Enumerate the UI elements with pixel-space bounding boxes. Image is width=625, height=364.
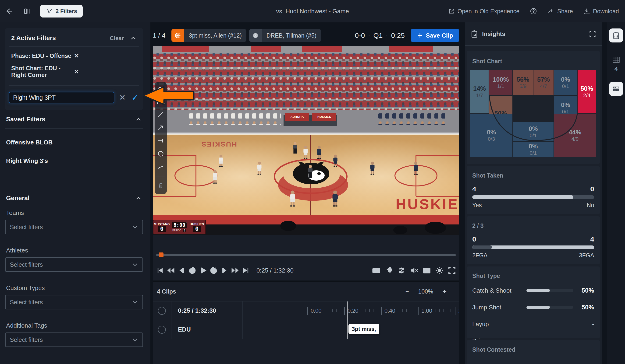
shot-zone-right-baseline-mid[interactable]: 44%4/9 xyxy=(554,114,596,157)
shot-zone-right-wing[interactable]: 0%0/1 xyxy=(554,70,577,95)
mute-button[interactable] xyxy=(409,265,419,276)
arrow-tool[interactable] xyxy=(157,124,165,132)
saved-filter-offensive-blob[interactable]: Offensive BLOB xyxy=(5,139,143,146)
chevron-down-icon xyxy=(132,299,138,306)
clear-filters-button[interactable]: Clear xyxy=(110,35,124,42)
next-frame-button[interactable] xyxy=(219,265,230,276)
select-placeholder: Select filters xyxy=(10,299,43,306)
ellipse-tool[interactable] xyxy=(157,150,165,158)
filters-button[interactable]: 2 Filters xyxy=(40,5,83,18)
divider xyxy=(18,4,18,18)
timeline-zoom-in-button[interactable]: + xyxy=(442,287,447,295)
expand-icon[interactable] xyxy=(589,30,596,38)
event-badge-3pt-miss[interactable]: 3pt miss, Allen (#12) xyxy=(171,29,246,42)
timeline-clip-badge[interactable]: 3pt miss, xyxy=(348,324,379,334)
telestration-button[interactable] xyxy=(383,265,394,276)
delete-drawing-tool[interactable] xyxy=(157,182,165,190)
divider xyxy=(156,176,165,176)
chevron-up-icon[interactable] xyxy=(130,35,137,42)
remove-filter-icon[interactable]: ✕ xyxy=(74,68,137,75)
rows-icon xyxy=(612,85,620,93)
chevron-up-icon[interactable] xyxy=(135,195,142,202)
skip-to-end-button[interactable] xyxy=(241,265,251,276)
timeline-current-time: 0:25 / 1:32:30 xyxy=(171,302,243,320)
two-three-card: 2 / 3 0 4 2FGA 3FGA xyxy=(467,216,600,264)
shot-zone-right-corner-highlighted[interactable]: 50%2/4 xyxy=(578,70,596,113)
picture-in-picture-button[interactable] xyxy=(421,265,432,276)
download-button[interactable]: Download xyxy=(583,8,619,15)
timeline-ruler[interactable]: 0:00 0:20 0:40 1:00 1:2 xyxy=(243,302,459,320)
keyboard-shortcuts-button[interactable] xyxy=(371,265,382,276)
filters-sidebar: 2 Active Filters Clear Phase: EDU - Offe… xyxy=(0,22,150,364)
share-button[interactable]: Share xyxy=(547,8,573,15)
skip-to-start-button[interactable] xyxy=(155,265,165,276)
shot-chart[interactable]: 14%1/7 100%1/1 56%5/9 57%4/7 0%0/1 50%2/… xyxy=(470,70,596,157)
play-button[interactable] xyxy=(198,265,208,276)
chevron-up-icon[interactable] xyxy=(135,116,142,123)
grid-view-button[interactable]: 4 xyxy=(612,56,620,73)
video-progress-bar[interactable] xyxy=(156,254,456,256)
page-title: vs. Hudl Northwest - Game xyxy=(276,8,349,15)
filter-chip-label: Shot Chart: EDU - Right Corner xyxy=(11,65,74,78)
settings-button[interactable] xyxy=(434,265,445,276)
clip-radio[interactable] xyxy=(158,307,166,315)
freehand-tool[interactable] xyxy=(157,163,165,171)
fast-forward-button[interactable] xyxy=(230,265,241,276)
help-button[interactable] xyxy=(530,7,537,15)
shot-zone-top-key-left[interactable]: 56%5/9 xyxy=(513,70,533,95)
two-three-bar xyxy=(472,246,594,249)
event-badge-dreb[interactable]: DREB, Tillman (#5) xyxy=(249,29,321,42)
blocker-tool[interactable] xyxy=(157,137,165,145)
filter-name-input[interactable] xyxy=(9,92,114,103)
shot-type-bar xyxy=(527,306,573,309)
shot-zone-paint[interactable]: 0%0/1 xyxy=(513,122,554,141)
shot-zone-left-baseline-mid[interactable]: 0%0/3 xyxy=(470,114,512,157)
shot-type-label: Catch & Shoot xyxy=(472,287,527,294)
back-button[interactable] xyxy=(2,5,15,18)
sidebar-toggle-button[interactable] xyxy=(21,5,34,18)
top-bar-actions: Open in Old Experience Share Download xyxy=(448,0,619,22)
shot-type-value: 50% xyxy=(582,304,594,311)
insights-view-button-active[interactable] xyxy=(609,28,623,42)
clock-value: 0:25 xyxy=(391,31,405,39)
three-fga-value: 4 xyxy=(590,235,594,243)
back-5-seconds-button[interactable]: 5 xyxy=(187,265,198,276)
away-team-name: HUSKIES xyxy=(190,222,204,226)
athletes-select[interactable]: Select filters xyxy=(5,257,143,272)
additional-tags-select[interactable]: Select filters xyxy=(5,333,143,347)
shot-chart-card: Shot Chart 14%1/7 100%1/1 56%5/9 57%4/7 … xyxy=(467,51,600,164)
divider xyxy=(465,46,602,46)
open-old-experience-button[interactable]: Open in Old Experience xyxy=(448,8,519,15)
remove-filter-icon[interactable]: ✕ xyxy=(74,53,137,59)
game-state: 0-0 · Q1 · 0:25 xyxy=(355,31,405,39)
shot-zone-left-corner[interactable]: 14%1/7 xyxy=(470,70,489,113)
top-bar: 2 Filters vs. Hudl Northwest - Game Open… xyxy=(0,0,625,22)
loop-disabled-button[interactable] xyxy=(396,265,407,276)
shot-zone-left-wing[interactable]: 100%1/1 xyxy=(489,70,512,95)
video-player[interactable]: AURORA HUSKIES HUSKIES HUSKIES xyxy=(153,46,459,235)
two-fga-value: 0 xyxy=(472,235,476,243)
shot-zone-top-key-right[interactable]: 57%4/7 xyxy=(533,70,554,95)
period-label: PERIOD xyxy=(172,229,181,232)
cancel-input-icon[interactable]: ✕ xyxy=(119,93,126,102)
saved-filter-right-wing-3s[interactable]: Right Wing 3's xyxy=(5,157,143,165)
clip-radio[interactable] xyxy=(158,326,166,334)
forward-5-seconds-button[interactable]: 5 xyxy=(208,265,219,276)
progress-scrubber[interactable] xyxy=(159,252,163,257)
shot-zone-restricted[interactable]: 0%0/1 xyxy=(513,142,554,157)
timeline-playhead[interactable] xyxy=(347,302,347,339)
rewind-button[interactable] xyxy=(165,265,176,276)
chevron-down-icon xyxy=(132,261,138,268)
timeline-zoom-out-button[interactable]: − xyxy=(406,288,409,295)
custom-types-select[interactable]: Select filters xyxy=(5,295,143,309)
confirm-input-icon[interactable]: ✓ xyxy=(132,93,138,102)
fullscreen-button[interactable] xyxy=(447,265,457,276)
previous-frame-button[interactable] xyxy=(176,265,187,276)
line-tool[interactable] xyxy=(157,111,165,118)
save-clip-button[interactable]: Save Clip xyxy=(411,29,459,42)
shot-type-row-layup: Layup - xyxy=(467,316,600,333)
two-three-title: 2 / 3 xyxy=(467,216,600,229)
timeline-view-button-active[interactable] xyxy=(609,82,623,96)
teams-select[interactable]: Select filters xyxy=(5,220,143,234)
three-fga-label: 3FGA xyxy=(579,252,594,259)
